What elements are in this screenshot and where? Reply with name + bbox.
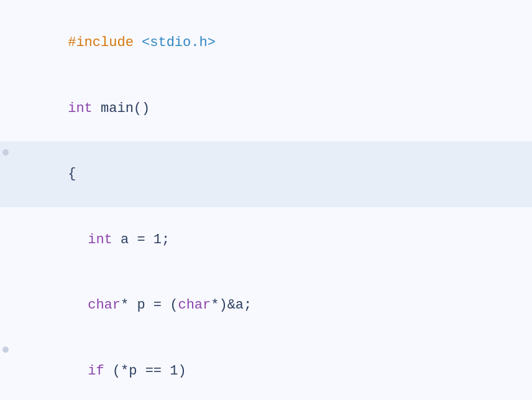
code-line-6: if (*p == 1) — [0, 338, 532, 400]
token: main() — [93, 101, 150, 116]
token: <stdio.h> — [142, 35, 216, 50]
token-keyword-int: int — [68, 101, 93, 116]
line-content-5: char* p = (char*)&a; — [14, 272, 532, 338]
token-keyword: char — [178, 297, 211, 313]
code-editor: #include <stdio.h> int main() { int a = … — [0, 0, 532, 400]
token: *)&a; — [211, 297, 252, 313]
line-marker-3 — [0, 149, 11, 156]
code-line-4: int a = 1; — [0, 207, 532, 273]
token-keyword: if — [88, 363, 104, 379]
token: a = 1; — [112, 232, 170, 248]
token: { — [68, 166, 76, 182]
code-line-5: char* p = (char*)&a; — [0, 272, 532, 338]
line-content-3: { — [14, 141, 532, 207]
line-marker-6 — [0, 347, 11, 353]
code-line-1: #include <stdio.h> — [0, 10, 532, 76]
code-line-2: int main() — [0, 76, 532, 142]
token-keyword: int — [88, 232, 112, 248]
token-keyword: char — [88, 297, 121, 313]
token: * p = ( — [121, 297, 178, 313]
token: #include — [68, 35, 142, 50]
line-content-2: int main() — [14, 76, 532, 142]
line-content-1: #include <stdio.h> — [14, 10, 532, 76]
breakpoint-dot — [2, 347, 9, 353]
breakpoint-dot — [2, 149, 9, 156]
token: (*p == 1) — [104, 363, 186, 379]
code-line-3: { — [0, 141, 532, 207]
line-content-6: if (*p == 1) — [14, 338, 532, 400]
line-content-4: int a = 1; — [14, 207, 532, 273]
